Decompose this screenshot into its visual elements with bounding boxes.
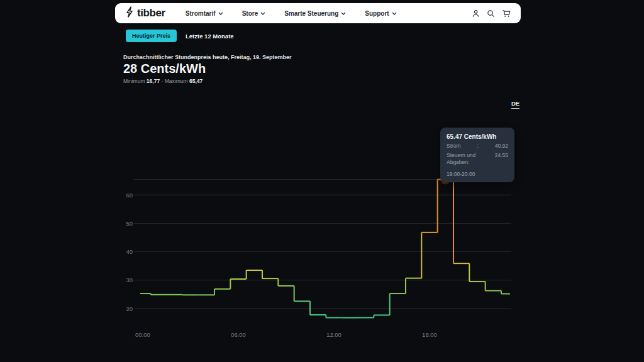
tooltip-label: Steuern und Abgaben: xyxy=(447,152,495,166)
y-axis-label: 50 xyxy=(126,220,133,227)
y-axis-label: 60 xyxy=(126,192,133,199)
max-label: Maximum xyxy=(165,78,188,84)
chevron-down-icon xyxy=(341,12,346,15)
summary-subtitle: Durchschnittlicher Stundenpreis heute, F… xyxy=(123,54,292,60)
tibber-logo[interactable]: tibber xyxy=(125,6,165,20)
nav-menu: Stromtarif Store Smarte Steuerung Suppor… xyxy=(186,10,397,17)
navbar: tibber Stromtarif Store Smarte Steuerung… xyxy=(115,3,521,23)
tooltip-row-strom: Strom : 40.92 xyxy=(447,143,508,150)
x-axis-label: 18:00 xyxy=(422,331,437,338)
tab-heutiger-preis[interactable]: Heutiger Preis xyxy=(126,30,177,42)
tooltip-price: 65.47 Cents/kWh xyxy=(447,133,508,140)
account-icon[interactable] xyxy=(471,9,480,18)
tooltip-value: 40.92 xyxy=(495,143,508,150)
chevron-down-icon xyxy=(218,12,223,15)
y-axis-label: 20 xyxy=(126,305,133,312)
nav-item-stromtarif[interactable]: Stromtarif xyxy=(186,10,223,17)
page: 203040506000:0006:0012:0018:00 tibber St… xyxy=(0,0,644,362)
language-switcher[interactable]: DE xyxy=(511,100,519,109)
min-value: 16,77 xyxy=(147,78,160,84)
nav-item-label: Stromtarif xyxy=(186,10,216,17)
nav-item-label: Support xyxy=(365,10,389,17)
tooltip-time-range: 19:00-20:00 xyxy=(447,171,508,177)
tooltip-row-steuern: Steuern und Abgaben: 24.55 xyxy=(447,152,508,166)
x-axis-label: 00:00 xyxy=(135,331,150,338)
min-label: Minimum xyxy=(123,78,145,84)
chart-tooltip: 65.47 Cents/kWh Strom : 40.92 Steuern un… xyxy=(440,128,514,182)
nav-icons xyxy=(471,9,511,18)
max-value: 65,47 xyxy=(189,78,203,84)
tooltip-colon: : xyxy=(477,143,479,150)
separator-dot: · xyxy=(162,78,164,84)
price-chart[interactable]: 203040506000:0006:0012:0018:00 xyxy=(0,0,644,362)
chevron-down-icon xyxy=(260,12,265,15)
tab-letzte-12-monate[interactable]: Letzte 12 Monate xyxy=(186,33,234,40)
price-summary: Durchschnittlicher Stundenpreis heute, F… xyxy=(123,54,292,84)
nav-item-label: Store xyxy=(242,10,258,17)
x-axis-label: 06:00 xyxy=(231,331,246,338)
nav-item-support[interactable]: Support xyxy=(365,10,396,17)
tooltip-label: Strom xyxy=(447,143,461,150)
search-icon[interactable] xyxy=(486,9,496,18)
average-price: 28 Cents/kWh xyxy=(123,62,292,76)
y-axis-label: 40 xyxy=(126,248,133,255)
y-axis-label: 30 xyxy=(126,277,133,283)
lightning-bolt-icon xyxy=(125,6,134,20)
chevron-down-icon xyxy=(392,12,397,15)
nav-item-label: Smarte Steuerung xyxy=(284,10,338,17)
x-axis-label: 12:00 xyxy=(326,331,341,338)
logo-text: tibber xyxy=(137,7,165,19)
min-max-line: Minimum 16,77 · Maximum 65,47 xyxy=(123,78,292,84)
tooltip-value: 24.55 xyxy=(495,152,508,166)
nav-item-store[interactable]: Store xyxy=(242,10,266,17)
period-tabs: Heutiger Preis Letzte 12 Monate xyxy=(126,30,234,42)
cart-icon[interactable] xyxy=(501,9,511,18)
nav-item-smarte-steuerung[interactable]: Smarte Steuerung xyxy=(284,10,346,17)
